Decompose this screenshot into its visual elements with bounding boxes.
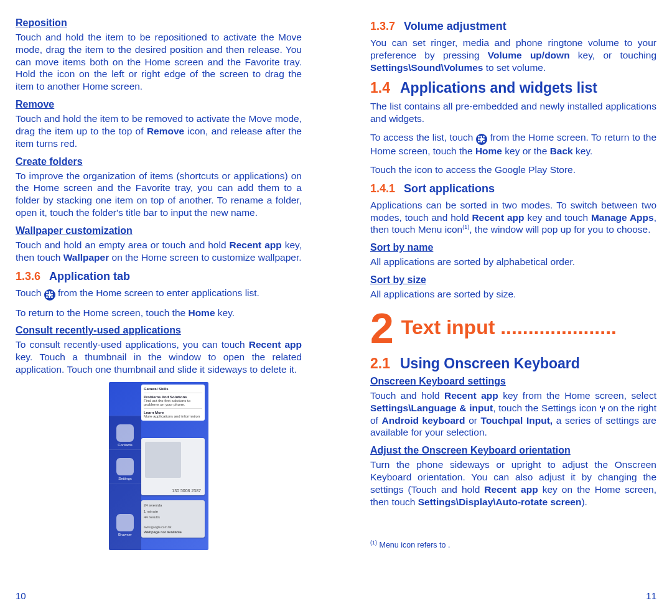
heading-num: 1.4.1 — [370, 182, 395, 195]
page-number-left: 10 — [16, 590, 26, 601]
apps-grid-icon — [476, 134, 487, 145]
ss-phone: 130 5008 2387 — [172, 488, 201, 493]
ss-item-settings: Settings — [109, 449, 141, 483]
subheader-sort-by-name: Sort by name — [370, 242, 656, 253]
heading-1-3-6: 1.3.6 Application tab — [16, 270, 302, 283]
body-access-list: To access the list, touch from the Home … — [370, 131, 656, 157]
heading-1-4: 1.4 Applications and widgets list — [370, 80, 656, 96]
body-sort-by-name: All applications are sorted by alphabeti… — [370, 256, 656, 268]
page-number-right: 11 — [646, 590, 656, 601]
subheader-reposition: Reposition — [16, 17, 302, 29]
heading-num: 2.1 — [370, 355, 390, 372]
subheader-onscreen-kbd: Onscreen Keyboard settings — [370, 376, 656, 387]
body-adjust-orientation: Turn the phone sideways or upright to ad… — [370, 459, 656, 508]
heading-1-4-1: 1.4.1 Sort applications — [370, 182, 656, 195]
section-create-folders: Create folders To improve the organizati… — [16, 156, 302, 219]
ss-contact-card: 130 5008 2387 — [141, 438, 205, 495]
settings-sliders-icon — [600, 406, 605, 412]
ss-panel-top: General Skills Problems And Solutions Fi… — [141, 385, 205, 421]
chapter-title: Text input ..................... — [401, 316, 656, 339]
body-apps-list: The list contains all pre-embedded and n… — [370, 100, 656, 125]
body-sort: Applications can be sorted in two modes.… — [370, 199, 656, 236]
heading-title: Application tab — [49, 270, 130, 283]
heading-num: 1.3.6 — [16, 270, 40, 283]
body-create-folders: To improve the organization of items (sh… — [16, 170, 302, 219]
ss-not-available: Webpage not available — [144, 530, 202, 536]
heading-1-3-7: 1.3.7 Volume adjustment — [370, 20, 656, 33]
subheader-adjust-orientation: Adjust the Onscreen Keyboard orientation — [370, 445, 656, 456]
page-right: 1.3.7 Volume adjustment You can set ring… — [336, 0, 672, 616]
body-consult: To consult recently-used applications, y… — [16, 338, 302, 375]
body-playstore: Touch the icon to access the Google Play… — [370, 164, 656, 176]
browser-icon — [116, 514, 134, 531]
heading-num: 1.4 — [370, 80, 390, 96]
body-apptab-touch: Touch from the Home screen to enter appl… — [16, 287, 302, 301]
subheader-sort-by-size: Sort by size — [370, 274, 656, 286]
subheader-create-folders: Create folders — [16, 156, 302, 167]
body-reposition: Touch and hold the item to be reposition… — [16, 31, 302, 93]
heading-title: Using Onscreen Keyboard — [400, 355, 580, 372]
heading-num: 1.3.7 — [370, 20, 395, 33]
heading-2-1: 2.1 Using Onscreen Keyboard — [370, 355, 656, 372]
heading-title: Applications and widgets list — [400, 80, 597, 96]
ss-item-browser: Browser — [109, 483, 141, 539]
body-sort-by-size: All applications are sorted by size. — [370, 288, 656, 301]
body-apptab-return: To return to the Home screen, touch the … — [16, 307, 302, 319]
subheader-wallpaper: Wallpaper customization — [16, 225, 302, 236]
page-left: Reposition Touch and hold the item to be… — [0, 0, 336, 616]
footnote: (1) Menu icon refers to . — [370, 539, 656, 549]
body-wallpaper: Touch and hold an empty area or touch an… — [16, 239, 302, 264]
subheader-consult: Consult recently-used applications — [16, 325, 302, 336]
section-wallpaper: Wallpaper customization Touch and hold a… — [16, 225, 302, 264]
section-remove: Remove Touch and hold the item to be rem… — [16, 99, 302, 149]
chapter-num: 2 — [370, 307, 394, 349]
contacts-icon — [116, 424, 134, 442]
ss-address-card: 24 avenida 1 minute 44 results www.googl… — [141, 500, 205, 538]
chapter-2-heading: 2 Text input ..................... — [370, 307, 656, 349]
section-reposition: Reposition Touch and hold the item to be… — [16, 17, 302, 93]
body-remove: Touch and hold the item to be removed to… — [16, 113, 302, 149]
heading-title: Sort applications — [404, 182, 495, 195]
subheader-remove: Remove — [16, 99, 302, 110]
ss-item-contacts: Contacts — [109, 416, 141, 449]
avatar-icon — [145, 442, 181, 478]
ss-sidebar: Contacts Settings Browser — [109, 416, 141, 550]
heading-title: Volume adjustment — [404, 20, 506, 33]
apps-grid-icon — [44, 289, 55, 301]
body-onscreen-kbd: Touch and hold Recent app key from the H… — [370, 390, 656, 439]
settings-icon — [116, 458, 134, 475]
section-consult: Consult recently-used applications To co… — [16, 325, 302, 375]
phone-screenshot: General Skills Problems And Solutions Fi… — [109, 382, 208, 550]
body-volume: You can set ringer, media and phone ring… — [370, 37, 656, 73]
